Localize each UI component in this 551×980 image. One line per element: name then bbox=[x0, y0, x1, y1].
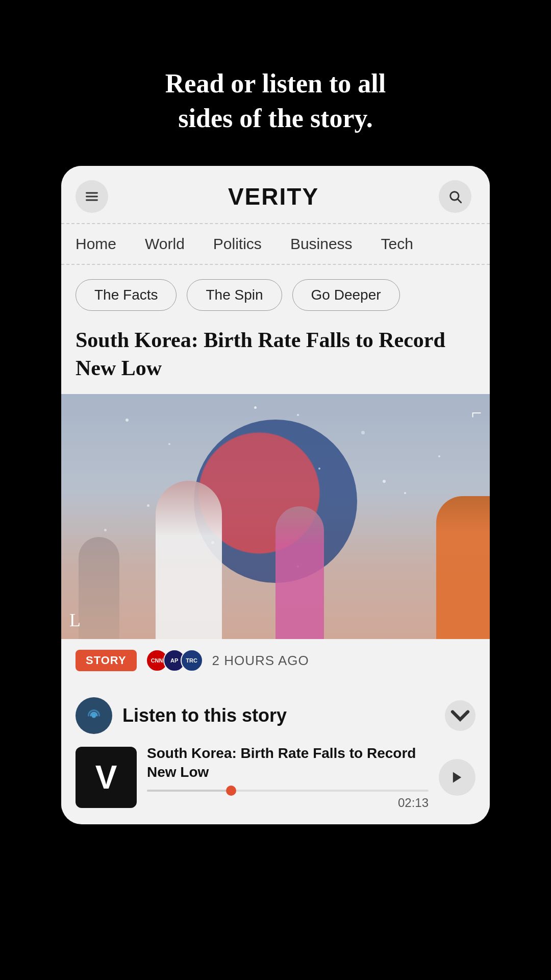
menu-button[interactable] bbox=[76, 180, 108, 213]
svg-marker-6 bbox=[453, 772, 461, 782]
filter-the-spin[interactable]: The Spin bbox=[187, 279, 282, 311]
search-button[interactable] bbox=[439, 180, 471, 213]
nav-item-tech[interactable]: Tech bbox=[367, 224, 428, 264]
progress-bar[interactable] bbox=[147, 790, 429, 792]
album-art: V bbox=[76, 747, 137, 808]
svg-line-4 bbox=[458, 199, 461, 202]
track-title: South Korea: Birth Rate Falls to Record … bbox=[147, 744, 429, 781]
chevron-down-button[interactable] bbox=[445, 700, 475, 731]
source-icon-trc: TRC bbox=[181, 649, 203, 672]
nav-item-business[interactable]: Business bbox=[276, 224, 367, 264]
story-meta: STORY CNN AP TRC 2 HOURS AGO bbox=[61, 639, 490, 682]
expand-icon[interactable]: ⌐ bbox=[471, 402, 482, 424]
shrink-icon[interactable]: L bbox=[69, 609, 81, 631]
progress-fill bbox=[147, 790, 232, 792]
svg-point-5 bbox=[92, 714, 96, 718]
listen-left: Listen to this story bbox=[76, 697, 287, 734]
hero-image: ⌐ L bbox=[61, 394, 490, 639]
time-ago: 2 HOURS AGO bbox=[212, 653, 309, 669]
app-card: VERITY Home World Politics Business Tech… bbox=[61, 166, 490, 824]
article-title: South Korea: Birth Rate Falls to Record … bbox=[61, 321, 490, 394]
listen-section: Listen to this story V South Korea: Birt… bbox=[61, 682, 490, 810]
listen-title: Listen to this story bbox=[122, 705, 287, 726]
listen-header: Listen to this story bbox=[61, 687, 490, 744]
filter-go-deeper[interactable]: Go Deeper bbox=[292, 279, 400, 311]
source-icons: CNN AP TRC bbox=[146, 649, 203, 672]
progress-dot[interactable] bbox=[226, 786, 236, 796]
nav-item-politics[interactable]: Politics bbox=[199, 224, 276, 264]
audio-player: V South Korea: Birth Rate Falls to Recor… bbox=[76, 744, 475, 810]
nav-item-world[interactable]: World bbox=[131, 224, 199, 264]
story-badge: STORY bbox=[76, 650, 137, 671]
album-v-logo: V bbox=[95, 758, 117, 796]
podcast-icon[interactable] bbox=[76, 697, 112, 734]
track-time: 02:13 bbox=[147, 796, 429, 810]
filter-bar: The Facts The Spin Go Deeper bbox=[61, 265, 490, 321]
play-button[interactable] bbox=[439, 759, 475, 796]
track-info: South Korea: Birth Rate Falls to Record … bbox=[147, 744, 429, 810]
filter-the-facts[interactable]: The Facts bbox=[76, 279, 177, 311]
nav-bar: Home World Politics Business Tech bbox=[61, 223, 490, 265]
app-logo: VERITY bbox=[228, 183, 319, 210]
tagline: Read or listen to all sides of the story… bbox=[124, 66, 427, 135]
nav-item-home[interactable]: Home bbox=[76, 224, 131, 264]
app-header: VERITY bbox=[61, 166, 490, 223]
